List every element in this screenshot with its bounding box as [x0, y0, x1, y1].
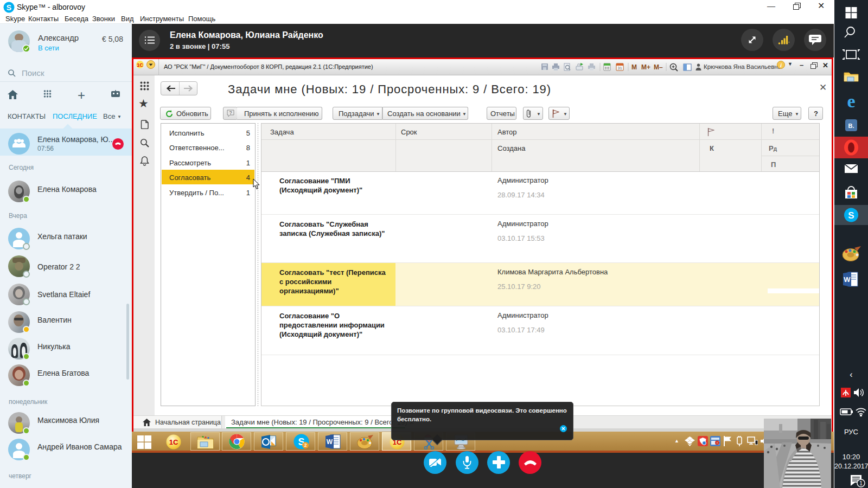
svg-text:W: W: [327, 438, 333, 446]
svg-text:S: S: [7, 3, 11, 12]
svg-text:1: 1: [859, 480, 863, 486]
svg-text:2: 2: [304, 442, 307, 448]
svg-text:?: ?: [229, 110, 232, 115]
svg-text:1С: 1С: [169, 438, 178, 446]
svg-text:М: М: [631, 63, 637, 71]
svg-text:S: S: [848, 210, 854, 221]
svg-text:М+: М+: [641, 63, 650, 71]
svg-text:B.: B.: [848, 123, 854, 129]
svg-text:W: W: [844, 275, 851, 284]
svg-text:1С: 1С: [137, 62, 143, 68]
svg-text:31: 31: [617, 66, 622, 70]
svg-text:М–: М–: [654, 63, 663, 71]
